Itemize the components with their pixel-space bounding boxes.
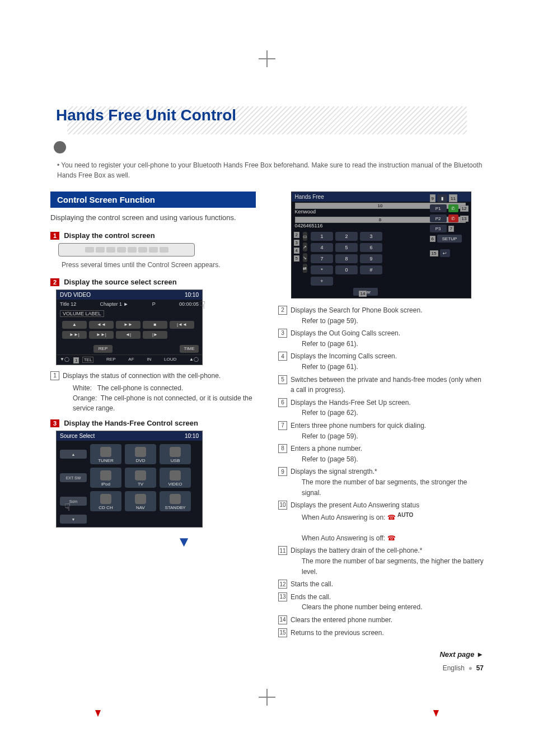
btn: ◄| [116,331,140,339]
page-title: Hands Free Unit Control [50,67,484,124]
info-bubble-icon [54,141,66,153]
callout-number: 5 [278,375,287,384]
btn: |► [143,331,167,339]
ss-dvd: DVD [125,444,156,464]
callout-item: 12Starts the call. [278,579,484,590]
p2-button: P2 [430,214,447,222]
keypad-1: 1 [311,232,333,241]
swap-icon: ⇄ [303,264,307,273]
section-intro: Displaying the control screen and using … [50,212,256,223]
section-header: Control Screen Function [50,192,256,208]
usb-icon [170,447,181,457]
hands-free-screenshot: Hands Free 10 Kenwood 8 0426465116 2 3 4… [291,192,471,298]
incoming-icon: ↘ [303,253,307,262]
bullet-icon: ● [466,664,474,672]
ss-standby: STANDBY [160,491,191,511]
step-title: Display the source select screen [64,278,177,286]
callout-item: 13Ends the call.Clears the phone number … [278,592,484,613]
crop-mark-top-icon [259,50,275,67]
callout-12: 12 [460,206,469,212]
next-page-label: Next page ► [278,650,484,659]
setup-button: SETUP [437,235,462,242]
callout-5: 5 [294,255,299,262]
callout-number: 4 [278,352,287,361]
keypad-6: 6 [360,243,382,252]
callout-6: 6 [430,236,435,242]
return-icon: ↩ [440,249,450,257]
dvd-clock: 10:10 [185,292,199,298]
p3-button: P3 [430,225,447,232]
keypad-2: 2 [335,232,358,241]
tuner-icon [100,447,111,457]
tel-indicator: TEL [82,357,94,363]
callout-item: 7Enters three phone numbers for quick di… [278,421,484,441]
callout-text: Ends the call.Clears the phone number be… [291,592,422,613]
touch-hand-icon: ☟ [199,299,205,311]
callout-text: Switches between the private and hands-f… [291,375,484,395]
callout-number: 12 [278,580,287,589]
p1-button: P1 [430,204,447,212]
signal-icon: ▮ [437,194,447,202]
btn: ■ [143,321,167,329]
ss-clock: 10:10 [185,433,199,439]
ipod-icon [100,470,111,480]
callout-text: Displays the Hands-Free Set Up screen.Re… [291,398,411,418]
nav-icon [135,494,146,504]
callout-item: 5Switches between the private and hands-… [278,375,484,395]
callout-number: 13 [278,592,287,601]
ss-ipod: iPod [90,468,121,488]
crop-mark-bottom-icon [259,689,275,706]
orange-label: Orange: [73,394,97,402]
orange-text: The cell-phone is not connected, or it i… [73,394,252,412]
callout-13: 13 [460,216,469,222]
callout-2: 2 [294,232,299,238]
callout-3: 3 [294,240,299,246]
btn: ►► [116,321,140,329]
callout-item: 3Displays the Out Going Calls screen.Ref… [278,328,484,349]
dvd-header: DVD VIDEO [60,292,91,298]
footer-page-number: 57 [476,664,484,672]
callout-text: Enters three phone numbers for quick dia… [291,421,426,441]
callout-text: Displays the battery drain of the cell-p… [291,545,484,577]
dvd-chapter: Chapter 1 ► [100,301,128,307]
callout-15: 15 [430,250,438,256]
ss-header: Source Select [60,433,95,439]
callout-number: 11 [278,546,287,555]
dvd-time: 00:00:05 [179,301,199,307]
status-1-text: Displays the status of connection with t… [63,371,221,381]
footer-lang: English [443,664,465,672]
keypad-8: 8 [335,254,358,263]
keypad-0: 0 [335,265,358,274]
keypad-4: 4 [311,243,333,252]
callout-item: 2Displays the Search for Phone Book scre… [278,305,484,326]
flow-arrow-down-icon [95,710,101,717]
dvd-title: Title 12 [60,301,76,307]
rep-btn: REP [93,345,113,353]
btn: ►►| [89,331,114,339]
callout-text: Clears the entered phone number. [291,615,392,626]
keypad-9: 9 [360,254,382,263]
callout-text: Enters a phone number.Refer to (page 58)… [291,444,362,464]
step-3: 3 Display the Hands-Free Control screen [50,419,256,427]
callout-item: 11Displays the battery drain of the cell… [278,545,484,577]
in-indicator: IN [147,357,151,363]
callout-text: Returns to the previous screen. [291,628,384,638]
callout-14: 14 [359,291,367,297]
callout-number: 9 [278,467,287,476]
callout-number: 6 [278,398,287,407]
left-column: Control Screen Function Displaying the c… [50,192,256,553]
white-text: The cell-phone is connected. [97,384,183,392]
callout-9: 9 [430,194,435,202]
ss-side: ▲ [60,450,87,459]
dvd-video-screenshot: DVD VIDEO 10:10 Title 12 Chapter 1 ► P 0… [56,290,203,365]
ss-tv: TV [125,468,156,488]
callout-number: 15 [278,628,287,637]
btn: ▲ [62,321,87,329]
tv-icon [135,470,146,480]
step-number: 1 [50,232,59,240]
down-arrow-icon: ▼ [112,533,256,550]
call-end-icon: ✆ [448,214,458,222]
ss-video: VIDEO [160,468,191,488]
callout-descriptions: 2Displays the Search for Phone Book scre… [278,305,484,638]
phone-icon: ☎ [387,534,396,542]
